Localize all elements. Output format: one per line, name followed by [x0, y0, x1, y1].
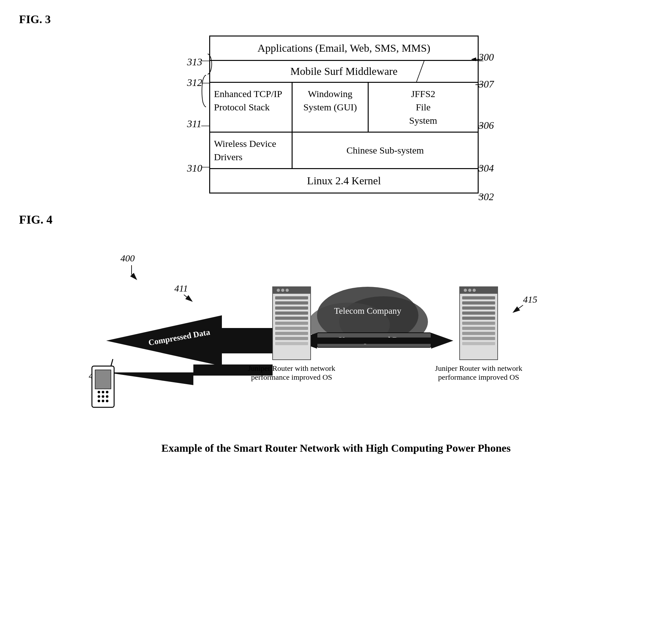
ref-311: 311 [187, 118, 202, 130]
compressed-arrow [106, 315, 273, 366]
ref-300: 300 [478, 51, 494, 63]
phone-key6 [106, 395, 109, 398]
router2-dot3 [473, 289, 476, 292]
phone-antenna [111, 359, 113, 366]
router1-row2 [275, 301, 308, 304]
col-windowing: Windowing System (GUI) [293, 83, 369, 132]
router1-row1 [275, 296, 308, 300]
phone-key1 [98, 391, 100, 393]
router2-dot1 [464, 289, 467, 292]
ref-415-text: 415 [523, 294, 537, 304]
router2-row10 [462, 342, 495, 345]
fig4-svg: 400 411 405 415 Compressed Data [51, 239, 621, 429]
ref-411-text: 411 [174, 283, 188, 293]
svg-line-14 [184, 295, 192, 301]
router1-row5 [275, 317, 308, 320]
router2-row7 [462, 327, 495, 330]
fig4-label: FIG. 4 [19, 213, 653, 227]
return-arrow [106, 364, 273, 385]
fig3-section: FIG. 3 300 307 313 312 311 306 310 304 3… [19, 13, 653, 194]
router1-row4 [275, 312, 308, 315]
router1-row9 [275, 337, 308, 340]
router2-label-line1: Juniper Router with network [435, 364, 522, 373]
telecom-label: Telecom Company [334, 306, 401, 316]
router2-label-line2: performance improved OS [438, 373, 519, 381]
ref-312: 312 [187, 77, 202, 88]
router1-row8 [275, 332, 308, 335]
caption: Example of the Smart Router Network with… [19, 442, 653, 454]
fig3-diagram: 300 307 313 312 311 306 310 304 302 [177, 36, 495, 194]
phone-key7 [98, 400, 100, 402]
router2-row2 [462, 301, 495, 304]
fig4-section: FIG. 4 400 411 405 415 [19, 213, 653, 454]
phone-key2 [102, 391, 104, 393]
router1-row6 [275, 322, 308, 325]
router2-row5 [462, 317, 495, 320]
router2-row1 [462, 296, 495, 300]
phone-key3 [106, 391, 109, 393]
col-tcp: Enhanced TCP/IP Protocol Stack [210, 83, 293, 132]
router2-row3 [462, 306, 495, 310]
router2-row6 [462, 322, 495, 325]
router1-dot1 [277, 289, 280, 292]
router1-row10 [275, 342, 308, 345]
ref-302: 302 [478, 191, 494, 203]
row-two-col: Wireless Device Drivers Chinese Sub-syst… [210, 133, 478, 169]
fig3-label: FIG. 3 [19, 13, 653, 26]
row-linux: Linux 2.4 Kernel [210, 169, 478, 193]
router1-dot3 [286, 289, 289, 292]
router2-row4 [462, 312, 495, 315]
ref-304: 304 [478, 162, 494, 174]
col-jffs2: JFFS2 File System [369, 83, 478, 132]
fig4-diagram: 400 411 405 415 Compressed Data [51, 239, 621, 429]
arch-diagram: Applications (Email, Web, SMS, MMS) Mobi… [209, 36, 478, 194]
router2-dot2 [468, 289, 471, 292]
phone-key8 [102, 400, 104, 402]
phone-key4 [98, 395, 100, 398]
row-applications: Applications (Email, Web, SMS, MMS) [210, 36, 478, 61]
router1-row7 [275, 327, 308, 330]
router1-dot2 [281, 289, 284, 292]
ref-400-text: 400 [121, 253, 135, 263]
router1-label-line1: Juniper Router with network [248, 364, 335, 373]
ref-306: 306 [478, 120, 494, 131]
row-middleware: Mobile Surf Middleware [210, 61, 478, 83]
phone-key9 [106, 400, 109, 402]
svg-line-13 [132, 274, 136, 279]
col-chinese: Chinese Sub-system [293, 133, 478, 168]
ref-313: 313 [187, 56, 202, 68]
router1-row3 [275, 306, 308, 310]
router1-label-line2: performance improved OS [251, 373, 332, 381]
ref-307: 307 [478, 78, 494, 90]
middleware-label: Mobile Surf Middleware [290, 65, 398, 77]
row-three-col: Enhanced TCP/IP Protocol Stack Windowing… [210, 83, 478, 133]
ref-310: 310 [187, 162, 202, 174]
router2-row9 [462, 337, 495, 340]
col-wireless: Wireless Device Drivers [210, 133, 293, 168]
phone-key5 [102, 395, 104, 398]
phone-screen [95, 370, 111, 389]
svg-line-16 [513, 305, 523, 312]
router2-row8 [462, 332, 495, 335]
